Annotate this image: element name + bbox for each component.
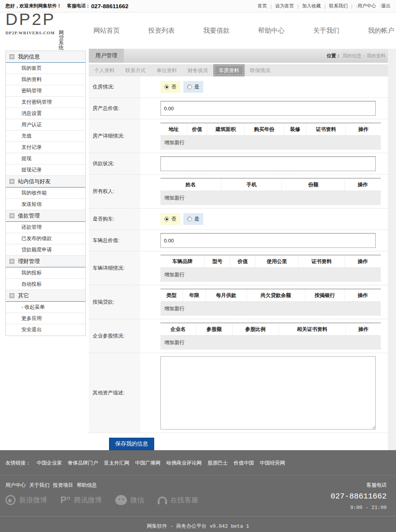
form-label: 所有权人: (89, 175, 140, 208)
friend-link[interactable]: 哈佛商业评论网 (166, 460, 202, 467)
form-label: 按揭贷款: (89, 285, 140, 319)
add-row-link[interactable]: 增加新行 (160, 336, 381, 350)
sidebar-item[interactable]: 提现 (6, 153, 85, 164)
sidebar-item[interactable]: 自动投标 (6, 279, 85, 290)
form-row: 其他资产描述: (89, 353, 388, 433)
sidebar-item[interactable]: 我的首页 (6, 63, 85, 74)
sina-weibo-link[interactable]: 新浪微博 (5, 495, 47, 505)
friend-link[interactable]: 中国广播网 (135, 460, 160, 467)
sidebar-item[interactable]: 更多应用 (6, 313, 85, 324)
friend-link[interactable]: 中国企业家 (37, 460, 62, 467)
text-input[interactable] (160, 233, 376, 248)
radio-option[interactable]: 是 (183, 81, 203, 93)
nav-item[interactable]: 我的帐户 (368, 26, 394, 35)
text-input[interactable] (160, 101, 376, 116)
radio-checked[interactable] (164, 85, 169, 89)
footer-nav-link[interactable]: 关于我们 (29, 482, 49, 489)
radio-option[interactable]: 否 (160, 213, 180, 225)
online-service-label: 在线客服 (171, 495, 199, 505)
friend-link[interactable]: 股票巴士 (208, 460, 228, 467)
sidebar-group-header[interactable]: +借款管理 (6, 210, 85, 222)
sidebar-item[interactable]: 我的收件箱 (6, 187, 85, 199)
radio-option[interactable]: 是 (183, 213, 203, 225)
topbar-link[interactable]: 加入收藏 (302, 3, 321, 9)
tab-item[interactable]: 联保情况 (245, 64, 276, 76)
text-input[interactable] (160, 156, 376, 171)
table-header-cell: 操作 (345, 179, 381, 191)
radio-unchecked[interactable] (187, 217, 192, 221)
footer-nav-link[interactable]: 投资项目 (53, 482, 73, 489)
tencent-weibo-link[interactable]: P° 腾讯微博 (60, 495, 102, 505)
nav-item[interactable]: 投资列表 (148, 26, 175, 35)
sidebar-item[interactable]: 安全退出 (6, 324, 85, 336)
sidebar-item[interactable]: 支付记录 (6, 142, 85, 153)
radio-label: 否 (171, 216, 176, 223)
nav-item[interactable]: 帮助中心 (258, 26, 285, 35)
sidebar-group-header[interactable]: +我的信息 (6, 51, 85, 63)
add-row-link[interactable]: 增加新行 (160, 268, 381, 282)
sidebar-item[interactable]: 消息设置 (6, 108, 85, 119)
sidebar-item[interactable]: 用户认证 (6, 119, 85, 131)
sidebar-item[interactable]: 我的资料 (6, 74, 85, 85)
sidebar-item[interactable]: 密码管理 (6, 85, 85, 97)
radio-unchecked[interactable] (187, 85, 192, 89)
topbar-link[interactable]: 联系我们 (329, 3, 348, 9)
data-table: 企业名参股额参股比例相关证书资料操作增加新行 (160, 322, 381, 350)
table-header-cell: 使用公里 (255, 256, 298, 267)
add-row-link[interactable]: 增加新行 (160, 302, 381, 316)
topbar-link[interactable]: 设为首页 (275, 3, 294, 9)
sidebar-group-header[interactable]: +其它 (6, 290, 85, 302)
online-service-link[interactable]: 在线客服 (158, 495, 199, 505)
sidebar-item[interactable]: 还款管理 (6, 222, 85, 233)
nav-item[interactable]: 我要借款 (203, 26, 230, 35)
sidebar-item[interactable]: 充值 (6, 131, 85, 142)
save-button[interactable]: 保存我的信息 (109, 438, 154, 450)
topbar-link[interactable]: 首页 (258, 3, 267, 9)
add-row-link[interactable]: 增加新行 (160, 191, 381, 205)
nav-item[interactable]: 关于我们 (313, 26, 340, 35)
topbar-link[interactable]: ·用户中心 (356, 3, 376, 9)
add-row-link[interactable]: 增加新行 (160, 136, 381, 150)
topbar-link-separator: | (351, 4, 352, 9)
tab-item[interactable]: 单位资料 (151, 64, 182, 76)
friend-link[interactable]: 价值中国 (234, 460, 254, 467)
footer-nav-link[interactable]: 用户中心 (5, 482, 26, 489)
tab-item[interactable]: 个人资料 (89, 64, 120, 76)
table-header-row: 企业名参股额参股比例相关证书资料操作 (160, 323, 381, 336)
friend-link[interactable]: 亚太外汇网 (104, 460, 129, 467)
logo[interactable]: DP2P DP2P.WRIVERS.COM 网贷系统 (5, 11, 64, 50)
sidebar-group-label: 我的信息 (18, 53, 40, 60)
radio-option[interactable]: 否 (160, 81, 180, 93)
sidebar-item[interactable]: 我的投标 (6, 267, 85, 279)
friend-link[interactable]: 奢侈品牌门户 (68, 460, 98, 467)
topbar-link[interactable]: ·退出 (380, 3, 391, 9)
sidebar-item[interactable]: 已发布的借款 (6, 233, 85, 244)
breadcrumb-item-2[interactable]: 我的资料 (367, 53, 385, 59)
tab-active[interactable]: 车房资料 (213, 64, 245, 76)
tab-item[interactable]: 财务状况 (182, 64, 213, 76)
sidebar-group-header[interactable]: +理财管理 (6, 256, 85, 267)
form-label: 住房情况: (89, 76, 140, 97)
other-assets-textarea[interactable] (160, 356, 376, 429)
plus-icon: + (9, 293, 14, 298)
sidebar-item[interactable]: 贷款额度申请 (6, 244, 85, 256)
nav-item[interactable]: 网站首页 (93, 26, 120, 35)
sidebar-group-header[interactable]: +站内信与好友 (6, 176, 85, 187)
table-header-cell: 证书资料 (306, 124, 346, 135)
plus-icon: + (9, 213, 14, 218)
breadcrumb-item-1[interactable]: 我的信息 (343, 53, 361, 59)
sidebar-item[interactable]: 支付密码管理 (6, 97, 85, 108)
panel-title-tab[interactable]: 用户管理 (89, 49, 124, 63)
friend-link[interactable]: 中国经营网 (260, 460, 285, 467)
table-header-cell: 每月供款 (206, 290, 246, 301)
form-field: 类型年限每月供款尚欠贷款余额按揭银行操作增加新行 (140, 285, 388, 319)
form-field: 姓名手机份额操作增加新行 (140, 175, 388, 208)
radio-checked[interactable] (164, 217, 169, 221)
footer-nav-link[interactable]: 帮助信息 (77, 482, 97, 489)
wechat-link[interactable]: 微信 (115, 495, 144, 505)
tab-item[interactable]: 联系方式 (120, 64, 151, 76)
greeting-text: 您好，欢迎来到网集软件！ (5, 3, 62, 9)
sidebar-item[interactable]: 发送短信 (6, 199, 85, 210)
sidebar-item[interactable]: - 收起菜单 (6, 302, 85, 313)
sidebar-item[interactable]: 提现记录 (6, 164, 85, 176)
